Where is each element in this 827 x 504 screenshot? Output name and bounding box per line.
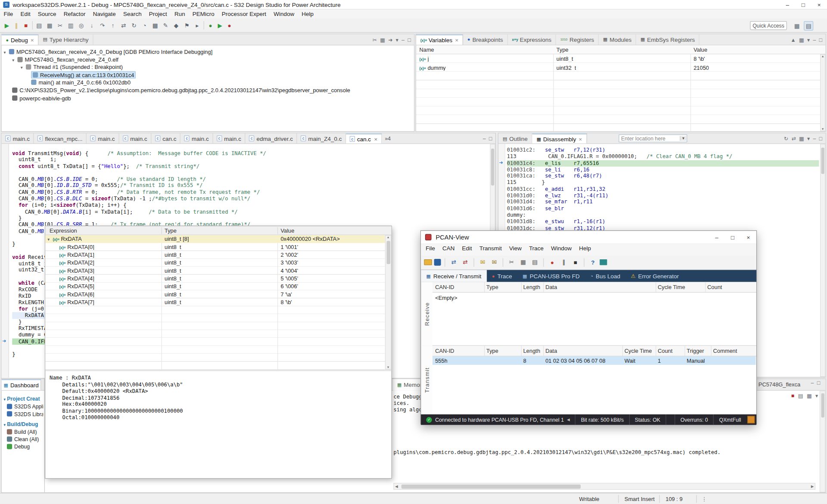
editor-tab[interactable]: cflexcan_mpc... xyxy=(34,134,87,143)
col-can-id[interactable]: CAN-ID xyxy=(435,347,454,354)
record-button[interactable]: ● xyxy=(225,21,234,30)
pcan-tab-device[interactable]: ▦ PCAN-USB Pro FD xyxy=(517,270,585,282)
scroll-down-icon[interactable]: ▼ xyxy=(821,128,824,131)
variables-vertical-scrollbar[interactable]: ▲ ▼ xyxy=(820,54,825,131)
editor-minimize-icon[interactable]: – xyxy=(483,136,486,141)
expression-row[interactable]: (x)=RxDATA[4] uint8_t 5 '\005' xyxy=(45,275,385,283)
pcan-menu-item[interactable]: View xyxy=(505,244,525,253)
tree-item[interactable]: powerpc-eabivle-gdb xyxy=(2,94,414,102)
tab-disassembly[interactable]: ▦Disassembly× xyxy=(532,134,587,143)
debug-button[interactable]: ● xyxy=(206,21,215,30)
toolbar-icon[interactable]: ◎ xyxy=(77,21,86,30)
dashboard-item[interactable]: Debug xyxy=(7,444,43,449)
save-icon[interactable] xyxy=(434,259,441,266)
expression-row[interactable]: (x)=RxDATA[7] uint8_t 8 '\b' xyxy=(45,299,385,306)
toolbar-icon[interactable]: ▩ xyxy=(150,21,160,30)
pcan-menu-item[interactable]: CAN xyxy=(438,244,458,253)
channel-dropdown-icon[interactable]: ◀ xyxy=(567,417,570,422)
window-close-button[interactable]: × xyxy=(811,0,827,9)
pcan-menu-item[interactable]: Trace xyxy=(525,244,547,253)
scroll-down-icon[interactable]: ▼ xyxy=(387,366,390,369)
col-type[interactable]: Type xyxy=(486,283,498,290)
col-cycle-time[interactable]: Cycle Time xyxy=(658,283,685,290)
debug-toolbar-step-icon[interactable]: ➜ xyxy=(388,37,392,42)
window-maximize-button[interactable]: □ xyxy=(796,0,811,9)
col-value[interactable]: Value xyxy=(280,227,294,233)
col-type[interactable]: Type xyxy=(557,47,569,53)
new-tx-message-icon[interactable]: ✉ xyxy=(478,258,487,267)
open-file-icon[interactable] xyxy=(424,259,432,265)
tab-variables[interactable]: (x)= Variables × xyxy=(416,34,463,45)
vars-maximize-icon[interactable]: □ xyxy=(819,37,822,42)
dashboard-item[interactable]: S32DS Appli xyxy=(7,404,43,409)
cut-icon[interactable]: ✂ xyxy=(507,258,516,267)
transmit-row[interactable]: 555h 8 01 02 03 04 05 06 07 08 Wait 1 Ma… xyxy=(432,356,756,365)
tab-modules[interactable]: ▦Modules xyxy=(599,34,636,45)
col-data[interactable]: Data xyxy=(545,347,557,354)
tree-item[interactable]: C:\NXP\S32DS_Power_v2.1\eclipse\plugins\… xyxy=(2,87,414,94)
toolbar-icon[interactable]: ↑ xyxy=(108,21,118,30)
tab-debug[interactable]: ● Debug × xyxy=(2,34,39,45)
status-overflow-icon[interactable]: ⋮ xyxy=(702,495,707,502)
console-display-menu-icon[interactable]: ▾ xyxy=(815,393,818,398)
combo-dropdown-icon[interactable]: ▾ xyxy=(680,136,687,141)
debug-view-menu-icon[interactable]: ▾ xyxy=(396,37,398,42)
console-pin-icon[interactable]: ▦ xyxy=(807,393,812,398)
toolbar-icon[interactable]: ◆ xyxy=(171,21,181,30)
pcan-tab-busload[interactable]: ◔ Bus Load xyxy=(585,270,625,282)
quick-access-button[interactable]: Quick Access xyxy=(750,21,787,30)
disasm-minimize-icon[interactable]: – xyxy=(813,136,816,141)
menu-item[interactable]: Help xyxy=(298,9,317,19)
editor-tab[interactable]: cmain.c xyxy=(119,134,151,143)
tab-dashboard[interactable]: ▦ Dashboard xyxy=(2,379,41,390)
menu-item[interactable]: Navigate xyxy=(89,9,119,19)
debug-maximize-icon[interactable]: □ xyxy=(407,37,410,42)
tree-item[interactable]: main() at main_Z4_0.c:66 0x1002db0 xyxy=(2,79,414,87)
pcan-menu-item[interactable]: Edit xyxy=(458,244,476,253)
disasm-view-menu-icon[interactable]: ▾ xyxy=(807,136,810,141)
pcan-tab-trace[interactable]: ● Trace xyxy=(487,270,517,282)
scroll-left-icon[interactable]: ◀ xyxy=(395,485,398,489)
dashboard-item[interactable]: Clean (All) xyxy=(7,436,43,442)
record-icon[interactable]: ● xyxy=(547,258,557,267)
pcan-menu-item[interactable]: Transmit xyxy=(476,244,505,253)
toolbar-icon[interactable]: ▸ xyxy=(193,21,202,30)
pcan-close-button[interactable]: × xyxy=(740,231,756,243)
vars-layout-icon[interactable]: ▦ xyxy=(799,37,804,42)
console-maximize-icon[interactable]: □ xyxy=(817,380,820,386)
copy-icon[interactable]: ▦ xyxy=(519,258,528,267)
expression-row[interactable]: (x)=RxDATA[5] uint8_t 6 '\006' xyxy=(45,283,385,290)
run-button[interactable]: ▶ xyxy=(215,21,225,30)
editor-tab[interactable]: cmain.c xyxy=(180,134,213,143)
col-can-id[interactable]: CAN-ID xyxy=(435,283,454,290)
pcan-tab-receive-transmit[interactable]: ▦ Receive / Transmit xyxy=(421,270,487,282)
toolbar-icon[interactable]: ⇄ xyxy=(119,21,128,30)
menu-item[interactable]: PEMicro xyxy=(189,9,218,19)
toolbar-icon[interactable]: ▤ xyxy=(34,21,44,30)
editor-tab[interactable]: cmain.c xyxy=(2,134,34,143)
editor-tab[interactable]: ccan.c xyxy=(152,134,181,143)
toolbar-icon[interactable]: ✎ xyxy=(161,21,170,30)
col-count[interactable]: Count xyxy=(707,283,722,290)
tab-debug-close-icon[interactable]: × xyxy=(31,37,34,44)
editor-tab[interactable]: cmain_Z4_0.c xyxy=(297,134,346,143)
resume-button[interactable]: ▶ xyxy=(2,21,12,30)
receive-empty-row[interactable]: <Empty> xyxy=(435,295,457,301)
toolbar-icon[interactable]: ↓ xyxy=(87,21,96,30)
menu-item[interactable]: Processor Expert xyxy=(218,9,270,19)
dashboard-section-header[interactable]: ▾ Build/Debug xyxy=(4,421,44,427)
expression-row[interactable]: (x)=RxDATA[0] uint8_t 1 '\001' xyxy=(45,243,385,251)
pcan-tab-error-generator[interactable]: ⚠ Error Generator xyxy=(625,270,684,282)
console-minimize-icon[interactable]: – xyxy=(811,380,814,386)
connect-icon[interactable]: ⇄ xyxy=(449,258,458,267)
scroll-up-icon[interactable]: ▲ xyxy=(821,55,824,58)
tab-breakpoints[interactable]: ●Breakpoints xyxy=(463,34,508,45)
scroll-right-icon[interactable]: ▶ xyxy=(811,485,814,489)
pcan-menu-item[interactable]: Window xyxy=(547,244,575,253)
dashboard-section-header[interactable]: ▾ Project Creat xyxy=(4,396,44,401)
debug-perspective-button[interactable]: ▤ xyxy=(804,21,813,31)
col-trigger[interactable]: Trigger xyxy=(687,347,704,354)
menu-item[interactable]: Refactor xyxy=(60,9,89,19)
variable-row[interactable]: (x)=dummy uint32_t 21050 xyxy=(416,63,820,72)
tree-item[interactable]: ▾MPC5748G_flexcan_receive_Z4_0.elf xyxy=(2,56,414,63)
